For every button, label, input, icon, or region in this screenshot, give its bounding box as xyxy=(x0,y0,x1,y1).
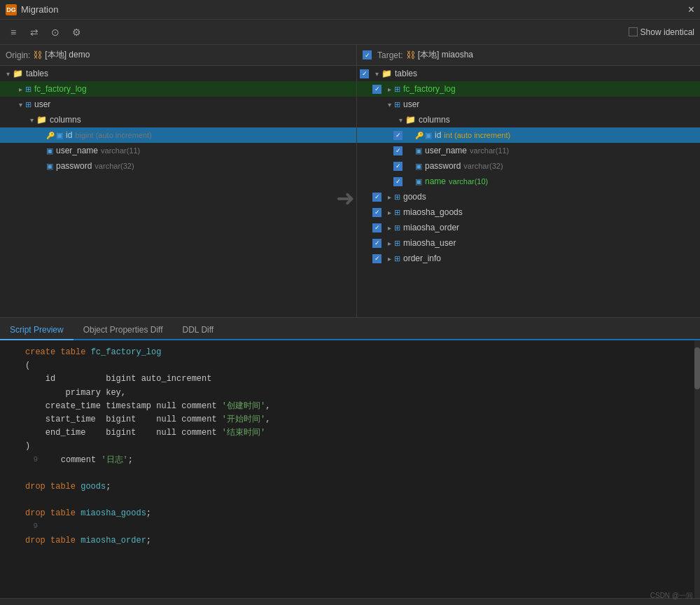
script-content[interactable]: create table fc_factory_log ( id bigint … xyxy=(0,340,700,598)
code-line-6: start_time bigint null comment '开始时间', xyxy=(25,413,700,426)
goods-expand[interactable] xyxy=(384,192,394,202)
origin-label: Origin: xyxy=(6,50,30,60)
right-name-column[interactable]: ✓ ▣ name varchar(10) xyxy=(357,174,700,189)
order-info-icon: ⊞ xyxy=(394,254,400,263)
user-expand-icon[interactable] xyxy=(15,99,25,109)
title-bar: DG Migration × xyxy=(0,0,700,20)
fc-checkbox[interactable]: ✓ xyxy=(372,85,382,94)
columns-label: columns xyxy=(50,115,81,125)
miaosha-goods-checkbox[interactable]: ✓ xyxy=(372,208,382,217)
right-tables-expand[interactable] xyxy=(372,69,382,78)
right-tables-label: tables xyxy=(395,69,417,78)
bottom-bar: ? Execute Cancel Open in New Query Conso… xyxy=(0,598,700,605)
right-goods-table[interactable]: ✓ ⊞ goods xyxy=(357,189,700,204)
left-id-column[interactable]: 🔑 ▣ id bigint (auto increment) xyxy=(0,127,356,143)
tab-ddl-diff[interactable]: DDL Diff xyxy=(173,321,224,340)
origin-header: Origin: ⛓ [本地] demo xyxy=(0,45,356,66)
goods-checkbox[interactable]: ✓ xyxy=(372,193,382,202)
align-icon[interactable]: ≡ xyxy=(6,25,21,40)
right-password-col-icon: ▣ xyxy=(415,162,422,171)
miaosha-goods-expand[interactable] xyxy=(384,207,394,217)
right-folder-icon2: 📁 xyxy=(405,115,416,125)
order-info-expand[interactable] xyxy=(384,253,394,263)
miaosha-user-expand[interactable] xyxy=(384,238,394,248)
password-checkbox[interactable]: ✓ xyxy=(393,162,402,171)
right-username-column[interactable]: ✓ ▣ user_name varchar(11) xyxy=(357,143,700,158)
code-line-8: ) xyxy=(25,440,700,453)
fc-factory-log-label: fc_factory_log xyxy=(34,84,87,94)
right-tree: ✓ 📁 tables ✓ ⊞ fc_factory_log ⊞ user xyxy=(357,66,700,266)
scrollbar-track[interactable] xyxy=(694,340,700,598)
code-line-5: create_time timestamp null comment '创建时间… xyxy=(25,400,700,413)
right-fc-factory-log[interactable]: ✓ ⊞ fc_factory_log xyxy=(357,81,700,97)
left-tables-folder[interactable]: 📁 tables xyxy=(0,66,356,81)
username-checkbox[interactable]: ✓ xyxy=(393,146,402,155)
right-id-type: int (auto increment) xyxy=(444,131,510,139)
right-miaosha-order[interactable]: ✓ ⊞ miaosha_order xyxy=(357,220,700,235)
left-user-folder[interactable]: ⊞ user xyxy=(0,97,356,112)
miaosha-user-checkbox[interactable]: ✓ xyxy=(372,239,382,248)
miaosha-order-expand[interactable] xyxy=(384,223,394,232)
watermark: CSDN @一间 xyxy=(650,591,693,601)
right-username-type: varchar(11) xyxy=(470,146,509,155)
left-columns-folder[interactable]: 📁 columns xyxy=(0,112,356,127)
right-miaosha-goods[interactable]: ✓ ⊞ miaosha_goods xyxy=(357,204,700,220)
tab-script-preview[interactable]: Script Preview xyxy=(0,321,74,340)
tables-expand-icon[interactable] xyxy=(3,69,13,78)
right-username-label: user_name xyxy=(425,146,467,155)
left-username-column[interactable]: ▣ user_name varchar(11) xyxy=(0,143,356,158)
left-password-column[interactable]: ▣ password varchar(32) xyxy=(0,158,356,174)
left-fc-factory-log[interactable]: ⊞ fc_factory_log xyxy=(0,81,356,97)
show-identical-check[interactable] xyxy=(629,27,638,36)
right-user-folder[interactable]: ⊞ user xyxy=(357,97,700,112)
right-tables-folder[interactable]: ✓ 📁 tables xyxy=(357,66,700,81)
folder-icon: 📁 xyxy=(13,69,23,78)
tables-checkbox[interactable]: ✓ xyxy=(360,69,369,78)
right-id-label: id xyxy=(435,130,441,140)
password-type: varchar(32) xyxy=(94,162,134,170)
close-button[interactable]: × xyxy=(688,4,694,15)
sync-icon[interactable]: ⊙ xyxy=(48,25,63,40)
right-password-column[interactable]: ✓ ▣ password varchar(32) xyxy=(357,158,700,174)
password-spacer xyxy=(36,161,46,171)
miaosha-order-icon: ⊞ xyxy=(394,223,400,232)
right-cols-expand[interactable] xyxy=(396,115,405,125)
toolbar-left: ≡ ⇄ ⊙ ⚙ xyxy=(6,25,84,40)
settings-icon[interactable]: ⚙ xyxy=(69,25,84,40)
left-tree: 📁 tables ⊞ fc_factory_log ⊞ user 📁 colum… xyxy=(0,66,356,174)
id-expand-spacer xyxy=(36,130,46,140)
key-icon: 🔑 xyxy=(46,132,55,139)
miaosha-order-checkbox[interactable]: ✓ xyxy=(372,223,382,232)
right-folder-icon: 📁 xyxy=(382,69,392,78)
user-table-icon: ⊞ xyxy=(25,100,31,109)
order-info-checkbox[interactable]: ✓ xyxy=(372,254,382,263)
right-table-icon: ⊞ xyxy=(394,85,400,94)
target-header-checkbox[interactable]: ✓ xyxy=(363,50,372,60)
right-user-expand[interactable] xyxy=(384,99,394,109)
right-id-col-icon: ▣ xyxy=(425,131,432,140)
fc-expand-icon[interactable] xyxy=(15,84,25,94)
app-icon: DG xyxy=(6,4,17,15)
right-pane: ✓ Target: ⛓ [本地] miaosha ✓ 📁 tables ✓ ⊞ … xyxy=(357,45,700,317)
swap-icon[interactable]: ⇄ xyxy=(27,25,42,40)
right-columns-label: columns xyxy=(419,115,450,125)
username-label: user_name xyxy=(56,146,98,155)
window-title: Migration xyxy=(21,4,58,15)
right-fc-expand[interactable] xyxy=(384,84,394,94)
right-miaosha-user[interactable]: ✓ ⊞ miaosha_user xyxy=(357,235,700,251)
right-name-spacer xyxy=(405,176,415,186)
name-checkbox[interactable]: ✓ xyxy=(393,177,402,186)
tab-object-properties-diff[interactable]: Object Properties Diff xyxy=(74,321,173,340)
scrollbar-thumb[interactable] xyxy=(694,347,700,389)
user-label: user xyxy=(34,99,50,109)
code-line-7: end_time bigint null comment '结束时间' xyxy=(25,426,700,440)
right-id-column[interactable]: ✓ 🔑 ▣ id int (auto increment) xyxy=(357,127,700,143)
toolbar: ≡ ⇄ ⊙ ⚙ Show identical xyxy=(0,20,700,45)
show-identical-checkbox[interactable]: Show identical xyxy=(629,27,694,37)
columns-folder-icon: 📁 xyxy=(36,115,47,125)
id-checkbox[interactable]: ✓ xyxy=(393,131,402,140)
columns-expand-icon[interactable] xyxy=(27,115,36,125)
right-order-info[interactable]: ✓ ⊞ order_info xyxy=(357,251,700,266)
right-columns-folder[interactable]: 📁 columns xyxy=(357,112,700,127)
code-line-15: drop table miaosha_order; xyxy=(25,534,700,548)
